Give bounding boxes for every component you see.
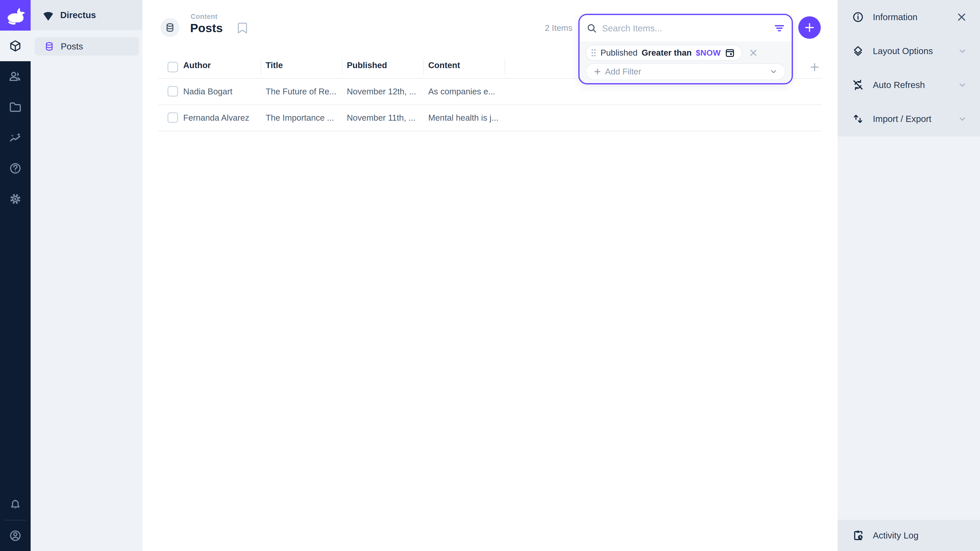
module-insights[interactable] bbox=[0, 122, 30, 153]
cell-title[interactable]: The Importance ... bbox=[266, 113, 334, 123]
search-filter-panel: Published Greater than $NOW bbox=[578, 14, 793, 84]
folder-icon bbox=[9, 100, 22, 114]
column-header-content[interactable]: Content bbox=[428, 60, 460, 70]
bookmark-icon[interactable] bbox=[237, 22, 248, 34]
page-title: Posts bbox=[190, 21, 223, 35]
sidebar-section-label: Import / Export bbox=[873, 114, 949, 124]
database-icon bbox=[165, 22, 175, 33]
breadcrumb[interactable]: Content bbox=[191, 13, 218, 21]
insights-icon bbox=[9, 131, 22, 144]
bell-icon bbox=[9, 499, 22, 511]
collection-icon-button[interactable] bbox=[161, 18, 180, 37]
search-row bbox=[579, 15, 792, 41]
search-icon bbox=[586, 23, 597, 34]
row-checkbox[interactable] bbox=[167, 86, 178, 97]
chevron-down-icon bbox=[958, 80, 967, 90]
gear-icon bbox=[9, 192, 22, 206]
module-bar bbox=[0, 0, 30, 551]
cell-content[interactable]: As companies e... bbox=[428, 87, 495, 97]
project-name: Directus bbox=[60, 10, 96, 20]
directus-logo[interactable] bbox=[0, 0, 30, 30]
main-content: Content Posts 2 Items bbox=[142, 0, 838, 551]
column-header-published[interactable]: Published bbox=[347, 60, 387, 70]
close-icon[interactable] bbox=[956, 11, 967, 23]
remove-filter-icon[interactable] bbox=[749, 48, 758, 57]
sidebar-section-label: Layout Options bbox=[873, 46, 949, 56]
users-icon bbox=[9, 70, 22, 83]
create-item-button[interactable] bbox=[798, 16, 821, 39]
cell-content[interactable]: Mental health is j... bbox=[428, 113, 498, 123]
chevron-down-icon bbox=[958, 46, 967, 56]
filter-field[interactable]: Published bbox=[600, 48, 638, 58]
box-icon bbox=[9, 40, 22, 52]
info-icon bbox=[852, 11, 864, 23]
active-filters-zone: Published Greater than $NOW bbox=[579, 41, 792, 83]
add-filter-label: Add Filter bbox=[605, 67, 765, 76]
column-header-author[interactable]: Author bbox=[183, 60, 211, 70]
activity-log-button[interactable]: Activity Log bbox=[838, 520, 980, 551]
column-header-title[interactable]: Title bbox=[266, 60, 283, 70]
table-divider bbox=[158, 104, 822, 105]
column-divider[interactable] bbox=[261, 59, 261, 75]
directus-app: Directus Posts Cont bbox=[0, 0, 980, 551]
sidebar-section-label: Information bbox=[873, 12, 947, 22]
module-files[interactable] bbox=[0, 92, 30, 122]
sidebar-section-information[interactable]: Information bbox=[838, 0, 980, 34]
account-icon bbox=[9, 529, 22, 542]
fan-icon bbox=[42, 9, 54, 21]
directus-rabbit-icon bbox=[5, 5, 26, 26]
layers-icon bbox=[852, 45, 864, 57]
module-settings[interactable] bbox=[0, 184, 30, 214]
add-filter-button[interactable]: Add Filter bbox=[586, 63, 786, 80]
search-input[interactable] bbox=[602, 23, 769, 33]
row-checkbox[interactable] bbox=[167, 112, 178, 123]
nav-item-label: Posts bbox=[61, 41, 83, 52]
cell-title[interactable]: The Future of Re... bbox=[266, 87, 336, 97]
project-header[interactable]: Directus bbox=[30, 0, 142, 30]
navigation-sidebar: Directus Posts bbox=[30, 0, 142, 551]
database-icon bbox=[44, 41, 55, 52]
add-column-button[interactable] bbox=[809, 62, 820, 73]
sidebar-section-import-export[interactable]: Import / Export bbox=[838, 102, 980, 136]
plus-icon bbox=[593, 68, 601, 76]
select-all-checkbox[interactable] bbox=[167, 62, 178, 73]
calendar-icon[interactable] bbox=[725, 48, 735, 58]
column-divider[interactable] bbox=[504, 59, 505, 75]
filter-value[interactable]: $NOW bbox=[696, 48, 721, 58]
cell-author[interactable]: Nadia Bogart bbox=[183, 87, 232, 97]
cell-author[interactable]: Fernanda Alvarez bbox=[183, 113, 249, 123]
cell-published[interactable]: November 11th, ... bbox=[347, 113, 415, 123]
filter-icon[interactable] bbox=[774, 23, 785, 34]
sidebar-item-posts[interactable]: Posts bbox=[35, 37, 139, 56]
column-divider[interactable] bbox=[342, 59, 342, 75]
module-content[interactable] bbox=[0, 30, 30, 61]
module-users[interactable] bbox=[0, 61, 30, 92]
swap-vert-icon bbox=[852, 113, 864, 125]
sidebar-section-auto-refresh[interactable]: Auto Refresh bbox=[838, 68, 980, 102]
filter-chip[interactable]: Published Greater than $NOW bbox=[586, 45, 742, 61]
sidebar-section-label: Auto Refresh bbox=[873, 80, 949, 90]
chevron-down-icon bbox=[769, 67, 778, 76]
module-docs[interactable] bbox=[0, 153, 30, 184]
activity-log-icon bbox=[852, 529, 864, 541]
activity-log-label: Activity Log bbox=[873, 530, 980, 540]
drag-handle-icon[interactable] bbox=[591, 48, 597, 57]
chevron-down-icon bbox=[958, 114, 967, 124]
sidebar-section-layout-options[interactable]: Layout Options bbox=[838, 34, 980, 68]
notifications-button[interactable] bbox=[0, 490, 30, 520]
column-divider[interactable] bbox=[423, 59, 424, 75]
cell-published[interactable]: November 12th, ... bbox=[347, 87, 416, 97]
items-count: 2 Items bbox=[522, 23, 573, 33]
sync-disabled-icon bbox=[852, 79, 864, 91]
filter-operator[interactable]: Greater than bbox=[641, 48, 692, 58]
account-button[interactable] bbox=[0, 520, 30, 551]
help-icon bbox=[9, 162, 22, 175]
info-sidebar: Information Layout Options bbox=[838, 0, 980, 551]
table-divider bbox=[158, 130, 822, 131]
